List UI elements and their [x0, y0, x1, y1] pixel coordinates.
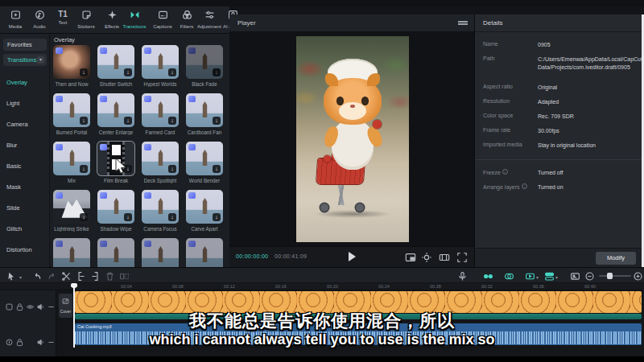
cover-tool-icon[interactable]	[570, 270, 581, 282]
main-track-icon[interactable]	[544, 270, 555, 282]
transition-mix[interactable]: ↓	[53, 142, 90, 175]
transition-fanned-card[interactable]: ↓	[142, 93, 179, 127]
transition-black-fade[interactable]: ↓	[186, 45, 223, 79]
record-voiceover-icon[interactable]	[457, 270, 469, 282]
zoom-out-icon[interactable]	[584, 270, 596, 282]
sidebar-item-slide[interactable]: Slide	[6, 204, 20, 212]
player-menu-icon[interactable]	[458, 21, 468, 27]
chevron-down-icon[interactable]: ▾	[37, 56, 44, 64]
timeline-zoom-slider[interactable]	[599, 275, 631, 277]
download-icon[interactable]: ↓	[168, 117, 176, 125]
toolbar-filters[interactable]: Filters	[175, 9, 199, 31]
download-icon[interactable]: ↓	[80, 68, 88, 76]
download-icon[interactable]: ↓	[213, 165, 221, 173]
info-icon[interactable]: i	[522, 183, 527, 189]
split-icon[interactable]	[61, 270, 72, 282]
video-preview[interactable]	[296, 36, 409, 242]
download-icon[interactable]: ↓	[213, 117, 221, 125]
ruler-label: 00:36	[533, 284, 544, 289]
download-icon[interactable]: ↓	[168, 68, 176, 76]
modify-button[interactable]: Modify	[596, 252, 636, 265]
sidebar-item-blur[interactable]: Blur	[6, 142, 17, 149]
delete-right-icon[interactable]	[90, 270, 101, 282]
focus-icon[interactable]	[421, 252, 432, 263]
auto-preview-icon[interactable]	[525, 270, 536, 282]
sidebar-item-camera[interactable]: Camera	[6, 121, 28, 128]
freeze-label: Freeze	[483, 170, 501, 175]
transition-shadow-wipe[interactable]: ↓	[97, 190, 134, 224]
toolbar-effects[interactable]: Effects	[100, 9, 124, 31]
toolbar-media[interactable]: Media	[3, 9, 27, 31]
toolbar-transitions[interactable]: Transitions	[122, 9, 147, 31]
toolbar-text[interactable]: T1 Text	[51, 9, 75, 31]
download-icon[interactable]: ↓	[124, 213, 132, 221]
sidebar-item-basic[interactable]: Basic	[6, 162, 21, 170]
fullscreen-icon[interactable]	[456, 252, 468, 263]
effects-icon	[107, 9, 118, 23]
transition-deck-spotlight[interactable]: ↓	[142, 142, 179, 175]
toolbar-stickers[interactable]: Stickers	[74, 9, 98, 31]
transition-name: Shutter Switch	[94, 81, 138, 87]
transition-cardboard-fan[interactable]: ↓	[186, 93, 223, 127]
lock-icon[interactable]	[15, 300, 24, 309]
download-icon[interactable]: ↓	[80, 213, 88, 221]
main-track-chevron-icon[interactable]: ▾	[555, 274, 558, 280]
redo-icon[interactable]	[47, 270, 58, 282]
magnetic-snap-icon[interactable]	[483, 270, 494, 282]
transition-center-enlarge[interactable]: ↓	[97, 93, 134, 127]
auto-preview-chevron-icon[interactable]: ▾	[536, 274, 539, 280]
download-icon[interactable]: ↓	[80, 165, 88, 173]
transition-world-bender[interactable]: ↓	[186, 142, 223, 175]
ratio-icon[interactable]	[439, 252, 450, 263]
toolbar-adjustment[interactable]: Adjustment	[197, 9, 221, 31]
transition-hypest-worlds[interactable]: ↓	[142, 45, 179, 79]
download-icon[interactable]: ↓	[168, 213, 176, 221]
download-icon[interactable]: ↓	[213, 213, 221, 221]
collapse-track-icon[interactable]	[47, 300, 56, 309]
transition-carve-apart[interactable]: ↓	[186, 190, 223, 224]
select-tool-icon[interactable]	[6, 270, 18, 282]
transition-name: Shadow Wipe	[94, 226, 138, 232]
vip-badge-icon	[56, 144, 63, 150]
transition-thumb-partial[interactable]	[186, 238, 223, 267]
delete-icon[interactable]	[105, 270, 116, 282]
timeline-ruler[interactable]: 0 00:04 00:08 00:12 00:16 00:20 00:24 00…	[0, 283, 644, 290]
download-icon[interactable]: ↓	[80, 117, 88, 125]
download-icon[interactable]: ↓	[124, 68, 132, 76]
download-icon[interactable]: ↓	[213, 68, 221, 76]
pip-icon[interactable]	[405, 252, 416, 263]
download-icon[interactable]: ↓	[168, 165, 176, 173]
transition-camera-focus[interactable]: ↓	[142, 190, 179, 224]
zoom-in-icon[interactable]	[633, 270, 644, 282]
mute-track-icon[interactable]	[36, 300, 45, 309]
delete-left-icon[interactable]	[76, 270, 87, 282]
transition-thumb-partial[interactable]	[53, 238, 90, 267]
transition-thumb-partial[interactable]	[97, 238, 134, 267]
transition-shutter-switch[interactable]: ↓	[97, 45, 134, 79]
sidebar-item-light[interactable]: Light	[6, 100, 19, 107]
hide-track-icon[interactable]	[26, 300, 35, 309]
toolbar-captions[interactable]: Captions	[151, 9, 175, 31]
sidebar-item-overlay[interactable]: Overlay	[6, 79, 27, 86]
overlay-track-icon[interactable]	[5, 300, 14, 309]
transition-thumb-partial[interactable]	[142, 238, 179, 267]
zoom-slider-handle[interactable]	[607, 273, 613, 279]
play-button[interactable]	[349, 252, 356, 261]
sidebar-favorites[interactable]: Favorites	[3, 39, 47, 51]
sidebar-item-glitch[interactable]: Glitch	[6, 225, 22, 232]
sidebar-item-mask[interactable]: Mask	[6, 183, 21, 191]
undo-icon[interactable]	[32, 270, 43, 282]
info-icon[interactable]: i	[502, 169, 508, 175]
toolbar-audio[interactable]: Audio	[27, 9, 52, 31]
sidebar-transitions[interactable]: Transitions ▾	[3, 54, 47, 66]
mirror-icon[interactable]	[119, 270, 130, 282]
link-clips-icon[interactable]	[504, 270, 515, 282]
sidebar-item-distortion[interactable]: Distortion	[6, 246, 32, 253]
download-icon[interactable]: ↓	[124, 117, 132, 125]
adjustment-icon	[204, 9, 215, 23]
transition-lightning-strike[interactable]: ↓	[53, 190, 90, 224]
transitions-grid-panel: Overlay ↓ ↓ ↓ ↓ Then and Now Shutter Swi…	[50, 34, 229, 267]
transition-burned-portal[interactable]: ↓	[53, 93, 90, 127]
transition-then-and-now[interactable]: ↓	[53, 45, 90, 79]
select-tool-chevron-icon[interactable]: ▾	[19, 274, 22, 280]
